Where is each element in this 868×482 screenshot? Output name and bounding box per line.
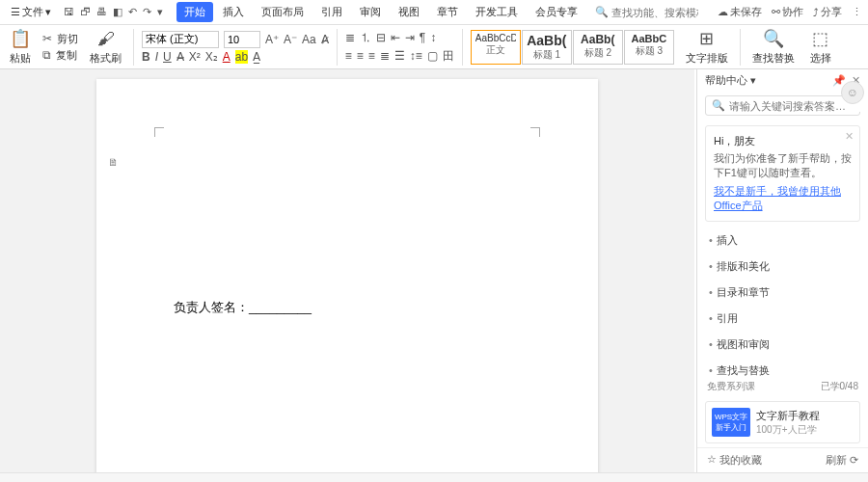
text-wrap-icon: ⊞ (699, 28, 714, 49)
divider (740, 29, 741, 66)
clear-format-icon[interactable]: A̷ (321, 33, 329, 46)
format-painter-button[interactable]: 🖌 格式刷 (86, 27, 125, 67)
feature-search-input[interactable] (611, 7, 698, 18)
tab-page-layout[interactable]: 页面布局 (254, 2, 312, 22)
favorites-button[interactable]: 我的收藏 (719, 453, 762, 468)
bold-icon[interactable]: B (142, 50, 150, 64)
tab-home[interactable]: 开始 (176, 2, 213, 22)
align-icon[interactable]: ◧ (113, 6, 122, 18)
copy-button[interactable]: 复制 (56, 48, 77, 63)
style-heading2[interactable]: AaBb( 标题 2 (573, 30, 623, 65)
font-name-combo[interactable] (142, 31, 219, 48)
paste-button[interactable]: 📋 粘贴 (6, 26, 35, 67)
strike-icon[interactable]: A̶ (176, 50, 184, 64)
share-button[interactable]: ⤴分享 (813, 5, 842, 19)
highlight-icon[interactable]: ab (235, 50, 248, 64)
toggle-marks-icon[interactable]: ¶ (420, 31, 425, 44)
format-painter-label: 格式刷 (90, 51, 122, 66)
help-center-title: 帮助中心 (705, 73, 747, 88)
bullets-icon[interactable]: ≣ (345, 31, 355, 44)
qat-chevron-icon[interactable]: ▾ (157, 6, 163, 18)
shading-icon[interactable]: ▢ (427, 49, 438, 63)
italic-icon[interactable]: I (155, 50, 158, 64)
decrease-indent-icon[interactable]: ⇤ (391, 31, 400, 44)
status-bar (0, 472, 868, 482)
help-cat-find-replace[interactable]: 查找与替换 (697, 358, 868, 376)
refresh-button[interactable]: 刷新 ⟳ (826, 453, 858, 468)
divider (462, 29, 463, 66)
font-size-combo[interactable] (224, 31, 260, 48)
style-preview: AaBb( (578, 33, 618, 46)
more-icon[interactable]: ⋮ (852, 6, 862, 18)
align-center-icon[interactable]: ≡ (357, 49, 364, 63)
unsaved-indicator[interactable]: ☁未保存 (718, 5, 762, 19)
text-wrap-button[interactable]: ⊞ 文字排版 (682, 26, 732, 67)
not-beginner-link[interactable]: 我不是新手，我曾使用其他Office产品 (714, 184, 852, 213)
font-color-icon[interactable]: A (223, 50, 231, 64)
document-page[interactable]: 🗎 负责人签名：_________ (96, 79, 598, 472)
greeting-card: ✕ Hi，朋友 我们为你准备了新手帮助，按下F1键可以随时查看。 我不是新手，我… (705, 125, 860, 222)
undo-icon[interactable]: ↶ (128, 6, 137, 18)
numbering-icon[interactable]: ⒈ (360, 30, 371, 46)
help-search-input[interactable] (729, 100, 862, 112)
margin-corner (530, 127, 540, 137)
assistant-avatar[interactable]: ☺ (841, 81, 864, 104)
align-left-icon[interactable]: ≡ (345, 49, 352, 63)
distribute-icon[interactable]: ☰ (394, 49, 405, 63)
subscript-icon[interactable]: X₂ (205, 50, 218, 64)
tab-chapters[interactable]: 章节 (429, 2, 466, 22)
print-preview-icon[interactable]: 🗗 (80, 6, 91, 18)
align-right-icon[interactable]: ≡ (368, 49, 375, 63)
close-icon[interactable]: ✕ (845, 130, 854, 143)
chevron-down-icon[interactable]: ▾ (750, 74, 756, 87)
multilevel-icon[interactable]: ⊟ (376, 31, 386, 44)
course-progress: 已学0/48 (821, 380, 858, 393)
redo-icon[interactable]: ↷ (143, 6, 151, 18)
collab-icon: ⚯ (772, 6, 780, 18)
tab-insert[interactable]: 插入 (215, 2, 252, 22)
style-heading1[interactable]: AaBb( 标题 1 (522, 30, 572, 65)
help-search[interactable]: 🔍 (705, 95, 860, 116)
help-cat-view-review[interactable]: 视图和审阅 (697, 332, 868, 358)
help-cat-references[interactable]: 引用 (697, 306, 868, 332)
cursor-icon: ⬚ (812, 28, 828, 49)
star-icon: ☆ (707, 453, 717, 468)
tab-developer[interactable]: 开发工具 (468, 2, 526, 22)
document-text[interactable]: 负责人签名：_________ (174, 299, 312, 316)
style-preview: AaBbC (629, 33, 669, 44)
underline-icon[interactable]: U (163, 50, 172, 64)
quick-access-toolbar: 🖫 🗗 🖶 ◧ ↶ ↷ ▾ (64, 6, 163, 18)
tab-references[interactable]: 引用 (313, 2, 350, 22)
select-button[interactable]: ⬚ 选择 (806, 26, 835, 67)
superscript-icon[interactable]: X² (189, 50, 201, 64)
save-icon[interactable]: 🖫 (64, 6, 74, 18)
ribbon-tabs: 开始 插入 页面布局 引用 审阅 视图 章节 开发工具 会员专享 (176, 2, 585, 22)
change-case-icon[interactable]: Aa (302, 33, 316, 46)
style-normal[interactable]: AaBbCcDd 正文 (471, 30, 521, 65)
char-border-icon[interactable]: A̲ (253, 50, 260, 64)
divider (133, 29, 134, 66)
cut-button[interactable]: 剪切 (57, 32, 78, 46)
grow-font-icon[interactable]: A⁺ (265, 33, 279, 46)
find-replace-button[interactable]: 🔍 查找替换 (748, 26, 799, 67)
tab-review[interactable]: 审阅 (352, 2, 389, 22)
file-menu-button[interactable]: ☰ 文件 ▾ (6, 3, 56, 21)
style-heading3[interactable]: AaBbC 标题 3 (624, 30, 674, 65)
magnifier-icon: 🔍 (763, 28, 784, 49)
line-spacing-icon[interactable]: ↕≡ (410, 49, 422, 63)
print-icon[interactable]: 🖶 (96, 6, 107, 18)
tab-view[interactable]: 视图 (391, 2, 427, 22)
course-card[interactable]: WPS文字 新手入门 文字新手教程 100万+人已学 (705, 401, 860, 443)
shrink-font-icon[interactable]: A⁻ (284, 33, 297, 46)
help-cat-toc[interactable]: 目录和章节 (697, 280, 868, 306)
sort-icon[interactable]: ↕ (430, 31, 436, 44)
justify-icon[interactable]: ≣ (380, 49, 390, 63)
coop-button[interactable]: ⚯协作 (772, 5, 803, 19)
help-category-list: 插入 排版和美化 目录和章节 引用 视图和审阅 查找与替换 打印文档 常见问题 (697, 228, 868, 376)
help-cat-insert[interactable]: 插入 (697, 228, 868, 254)
help-cat-layout[interactable]: 排版和美化 (697, 254, 868, 280)
tab-premium[interactable]: 会员专享 (528, 2, 585, 22)
feature-search[interactable]: 🔍 (595, 6, 698, 18)
increase-indent-icon[interactable]: ⇥ (405, 31, 415, 44)
borders-icon[interactable]: 田 (443, 48, 454, 65)
